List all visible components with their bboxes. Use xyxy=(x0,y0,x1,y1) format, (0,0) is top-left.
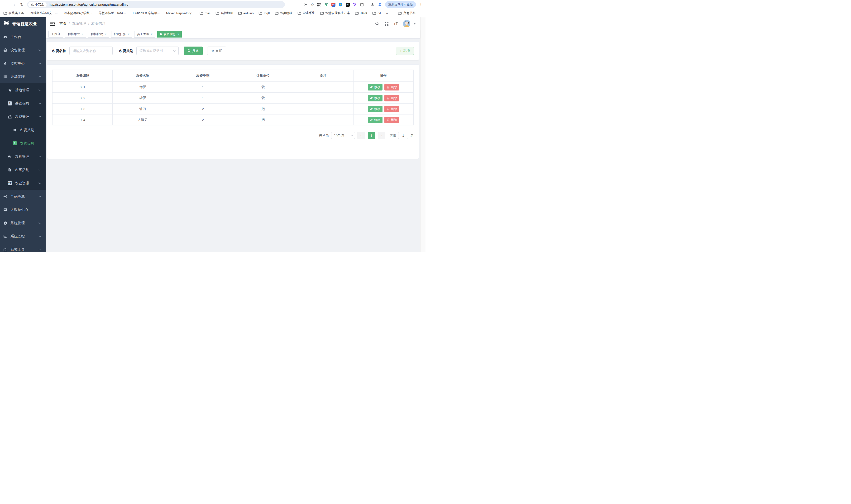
bookmark-item[interactable]: 在线类工具 xyxy=(3,11,24,15)
breadcrumb-home[interactable]: 首页 xyxy=(59,21,67,26)
password-key-icon[interactable] xyxy=(303,2,308,7)
bookmark-item[interactable]: git xyxy=(372,11,381,15)
tab-农资信息[interactable]: 农资信息× xyxy=(157,31,182,37)
sidebar-item-系统工具[interactable]: 系统工具 xyxy=(0,243,46,252)
close-icon[interactable]: × xyxy=(82,33,83,36)
reload-icon[interactable]: ↻ xyxy=(19,2,25,7)
qr-extension-icon[interactable] xyxy=(317,3,321,7)
prev-page-button[interactable]: ‹ xyxy=(357,132,365,139)
sidebar-item-系统管理[interactable]: 系统管理 xyxy=(0,216,46,230)
tab-工作台[interactable]: 工作台 xyxy=(49,31,63,37)
security-chip[interactable]: 不安全 xyxy=(28,2,47,7)
column-header: 操作 xyxy=(353,70,413,82)
search-icon[interactable] xyxy=(375,22,379,26)
downloads-icon[interactable] xyxy=(370,2,375,7)
tab-批次任务[interactable]: 批次任务× xyxy=(111,31,132,37)
chrome-menu-icon[interactable]: ⋮ xyxy=(419,2,423,7)
app-logo[interactable]: 青蛙智慧农业 xyxy=(0,17,46,30)
warning-icon xyxy=(31,3,34,6)
material-category-select[interactable]: 请选择农资类别 xyxy=(136,47,179,55)
sidebar-item-监控中心[interactable]: 监控中心 xyxy=(0,57,46,70)
close-icon[interactable]: × xyxy=(151,33,153,36)
delete-button[interactable]: 删除 xyxy=(385,95,399,102)
vue-devtools-icon[interactable] xyxy=(324,3,328,7)
fullscreen-icon[interactable] xyxy=(385,22,389,26)
sidebar-item-系统监控[interactable]: 系统监控 xyxy=(0,230,46,243)
sidebar-fold-icon[interactable] xyxy=(50,22,55,26)
address-bar[interactable]: 不安全 http://system.zosoft.top/agriculture… xyxy=(27,1,285,8)
sidebar-item-工作台[interactable]: 工作台 xyxy=(0,30,46,43)
back-icon[interactable]: ← xyxy=(3,2,8,7)
delete-button[interactable]: 删除 xyxy=(385,116,399,123)
page-1-button[interactable]: 1 xyxy=(368,132,375,139)
tab-员工管理[interactable]: 员工管理× xyxy=(134,31,155,37)
next-page-button[interactable]: › xyxy=(378,132,385,139)
edit-button[interactable]: 修改 xyxy=(368,116,383,123)
page-size-select[interactable]: 10条/页 xyxy=(331,132,355,139)
forward-icon[interactable]: → xyxy=(11,2,17,7)
delete-button[interactable]: 删除 xyxy=(385,106,399,112)
fe-extension-icon[interactable]: FE xyxy=(332,3,335,7)
bookmark-item[interactable]: mqtt xyxy=(259,11,270,15)
sidebar-item-农资信息[interactable]: I农资信息 xyxy=(0,137,46,150)
trace-link-icon xyxy=(3,195,7,199)
goto-page-input[interactable] xyxy=(398,132,408,139)
tab-种植单元[interactable]: 种植单元× xyxy=(65,31,86,37)
search-button[interactable]: 搜索 xyxy=(184,47,203,55)
material-name-input[interactable] xyxy=(69,47,112,55)
sidebar-item-农事活动[interactable]: 农事活动 xyxy=(0,163,46,177)
edit-button[interactable]: 修改 xyxy=(368,84,383,90)
bookmark-star-icon[interactable]: ☆ xyxy=(311,2,314,7)
cell-code: 001 xyxy=(53,82,112,93)
bookmark-item[interactable]: JAVA xyxy=(355,11,368,15)
bookmark-item[interactable]: Maven Repository:... xyxy=(165,12,194,15)
cell-actions: 修改删除 xyxy=(353,82,413,93)
add-button[interactable]: + 新增 xyxy=(396,47,414,55)
sidebar-item-农资类别[interactable]: 农资类别 xyxy=(0,123,46,137)
edit-button[interactable]: 修改 xyxy=(368,106,383,112)
bookmark-item[interactable]: 部编版小学语文三... xyxy=(29,11,58,15)
browser-scrollbar[interactable] xyxy=(420,17,425,252)
reset-button[interactable]: ↻ 重置 xyxy=(207,47,226,55)
bookmark-item[interactable]: arduino xyxy=(238,11,253,15)
font-size-icon[interactable]: тT xyxy=(394,22,398,26)
bookmark-item[interactable]: 智美物联 xyxy=(275,11,292,15)
system-monitor-icon xyxy=(3,234,7,238)
bookmarks-overflow-icon[interactable]: » xyxy=(386,11,388,15)
close-icon[interactable]: × xyxy=(177,33,179,36)
close-icon[interactable]: × xyxy=(105,33,106,36)
v-extension-icon[interactable] xyxy=(353,3,357,7)
all-bookmarks-button[interactable]: 所有书签 xyxy=(398,11,415,15)
edit-button[interactable]: 修改 xyxy=(368,95,383,102)
media-extension-icon[interactable] xyxy=(339,3,342,7)
close-icon[interactable]: × xyxy=(128,33,129,36)
sidebar-item-产品溯源[interactable]: 产品溯源 xyxy=(0,190,46,203)
cell-unit: 把 xyxy=(233,114,293,125)
cell-remark xyxy=(293,93,353,104)
bookmark-item[interactable]: ECharts 备忘清单... xyxy=(131,11,160,15)
markdown-extension-icon[interactable]: M↓ xyxy=(346,3,350,7)
sidebar-item-设备管理[interactable]: 设备管理 xyxy=(0,43,46,57)
sidebar-item-农机管理[interactable]: 农机管理 xyxy=(0,150,46,163)
bookmark-item[interactable]: 课本|苏教版小学数... xyxy=(63,11,92,15)
chrome-update-button[interactable]: 重新启动即可更新 xyxy=(385,1,416,8)
sidebar-item-农场管理[interactable]: 农场管理 xyxy=(0,70,46,83)
bookmark-item[interactable]: 党建系统 xyxy=(298,11,315,15)
clipboard-extension-icon[interactable] xyxy=(360,3,364,7)
bookmark-item[interactable]: 苏教译林版三年级... xyxy=(97,11,126,15)
delete-button[interactable]: 删除 xyxy=(385,84,399,90)
avatar-caret-icon[interactable] xyxy=(413,23,416,24)
bookmark-item[interactable]: 高德地图 xyxy=(215,11,233,15)
sidebar-item-大数据中心[interactable]: 大数据中心 xyxy=(0,203,46,216)
bookmark-item[interactable]: 智慧农业解决方案 xyxy=(320,11,350,15)
bookmark-item[interactable]: mac xyxy=(199,11,211,15)
sidebar-item-基地管理[interactable]: 基地管理 xyxy=(0,83,46,97)
column-header: 农资名称 xyxy=(112,70,173,82)
profile-icon[interactable] xyxy=(378,2,382,7)
sidebar-item-基础信息[interactable]: I基础信息 xyxy=(0,97,46,110)
sidebar-item-农资管理[interactable]: 农资管理 xyxy=(0,110,46,123)
avatar[interactable] xyxy=(403,20,410,27)
tab-种植批次[interactable]: 种植批次× xyxy=(88,31,109,37)
sidebar-item-农业资讯[interactable]: A文农业资讯 xyxy=(0,177,46,190)
cell-category: 1 xyxy=(173,93,233,104)
